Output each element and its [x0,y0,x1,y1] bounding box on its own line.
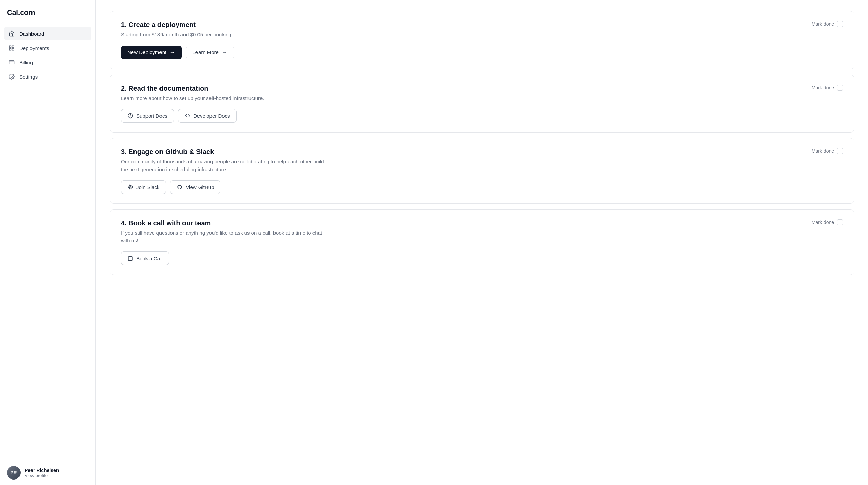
card-create-deployment: 1. Create a deployment Starting from $18… [110,11,854,69]
mark-done-1[interactable]: Mark done [812,21,843,27]
card-actions: Book a Call [121,251,843,265]
sidebar-item-settings[interactable]: Settings [4,70,91,84]
user-name: Peer Richelsen [25,468,59,473]
sidebar-item-label: Dashboard [19,31,44,37]
deployments-icon [8,45,15,51]
join-slack-label: Join Slack [136,184,159,190]
developer-docs-label: Developer Docs [193,113,230,119]
support-icon [127,113,133,119]
svg-rect-9 [128,257,132,261]
mark-done-label: Mark done [812,220,834,225]
user-profile[interactable]: PR Peer Richelsen View profile [0,460,95,485]
svg-point-6 [11,76,13,78]
card-title: 3. Engage on Github & Slack [121,148,326,156]
sidebar-item-label: Deployments [19,45,49,51]
new-deployment-label: New Deployment [127,49,166,55]
sidebar-item-deployments[interactable]: Deployments [4,41,91,55]
svg-rect-2 [9,49,11,50]
mark-done-label: Mark done [812,148,834,154]
learn-more-label: Learn More [192,49,219,55]
mark-done-checkbox-1[interactable] [837,21,843,27]
card-actions: Join Slack View GitHub [121,180,843,194]
support-docs-label: Support Docs [136,113,167,119]
sidebar-item-billing[interactable]: Billing [4,55,91,69]
sidebar-item-dashboard[interactable]: Dashboard [4,27,91,40]
svg-rect-1 [12,46,14,47]
card-content: 2. Read the documentation Learn more abo… [121,85,264,102]
card-actions: Support Docs Developer Docs [121,109,843,123]
app-logo: Cal.com [0,0,95,24]
card-description: Learn more about how to set up your self… [121,95,264,102]
view-github-button[interactable]: View GitHub [170,180,220,194]
card-title: 4. Book a call with our team [121,219,326,227]
card-description: Our community of thousands of amazing pe… [121,158,326,173]
card-read-documentation: 2. Read the documentation Learn more abo… [110,75,854,133]
developer-docs-button[interactable]: Developer Docs [178,109,237,123]
card-header: 4. Book a call with our team If you stil… [121,219,843,245]
mark-done-3[interactable]: Mark done [812,148,843,154]
learn-more-button[interactable]: Learn More → [186,46,234,59]
card-actions: New Deployment → Learn More → [121,46,843,59]
card-content: 4. Book a call with our team If you stil… [121,219,326,245]
arrow-icon: → [169,49,175,55]
card-description: If you still have questions or anything … [121,229,326,245]
card-header: 3. Engage on Github & Slack Our communit… [121,148,843,173]
avatar-info: Peer Richelsen View profile [25,468,59,478]
view-profile-link[interactable]: View profile [25,473,59,478]
new-deployment-button[interactable]: New Deployment → [121,46,182,59]
support-docs-button[interactable]: Support Docs [121,109,174,123]
card-title: 2. Read the documentation [121,85,264,92]
book-a-call-button[interactable]: Book a Call [121,251,169,265]
card-header: 2. Read the documentation Learn more abo… [121,85,843,102]
sidebar-item-label: Billing [19,60,33,65]
card-content: 3. Engage on Github & Slack Our communit… [121,148,326,173]
svg-rect-4 [9,61,14,64]
card-book-call: 4. Book a call with our team If you stil… [110,209,854,275]
slack-icon [127,184,133,190]
sidebar-nav: Dashboard Deployments Bill [0,24,95,460]
card-title: 1. Create a deployment [121,21,231,29]
github-icon [177,184,183,190]
main-content: 1. Create a deployment Starting from $18… [96,0,868,485]
billing-icon [8,59,15,66]
settings-icon [8,73,15,80]
avatar: PR [7,466,21,480]
mark-done-checkbox-3[interactable] [837,148,843,154]
mark-done-2[interactable]: Mark done [812,85,843,91]
svg-rect-0 [9,46,11,47]
mark-done-checkbox-2[interactable] [837,85,843,91]
join-slack-button[interactable]: Join Slack [121,180,166,194]
view-github-label: View GitHub [186,184,214,190]
mark-done-label: Mark done [812,21,834,27]
card-description: Starting from $189/month and $0.05 per b… [121,31,231,39]
sidebar-item-label: Settings [19,74,38,80]
mark-done-4[interactable]: Mark done [812,219,843,225]
svg-rect-3 [12,49,14,50]
card-header: 1. Create a deployment Starting from $18… [121,21,843,39]
card-engage-community: 3. Engage on Github & Slack Our communit… [110,138,854,204]
code-icon [184,113,191,119]
sidebar: Cal.com Dashboard Deployment [0,0,96,485]
calendar-icon [127,255,133,261]
mark-done-checkbox-4[interactable] [837,219,843,225]
mark-done-label: Mark done [812,85,834,90]
card-content: 1. Create a deployment Starting from $18… [121,21,231,39]
home-icon [8,30,15,37]
book-a-call-label: Book a Call [136,256,163,261]
arrow-icon: → [221,49,228,55]
